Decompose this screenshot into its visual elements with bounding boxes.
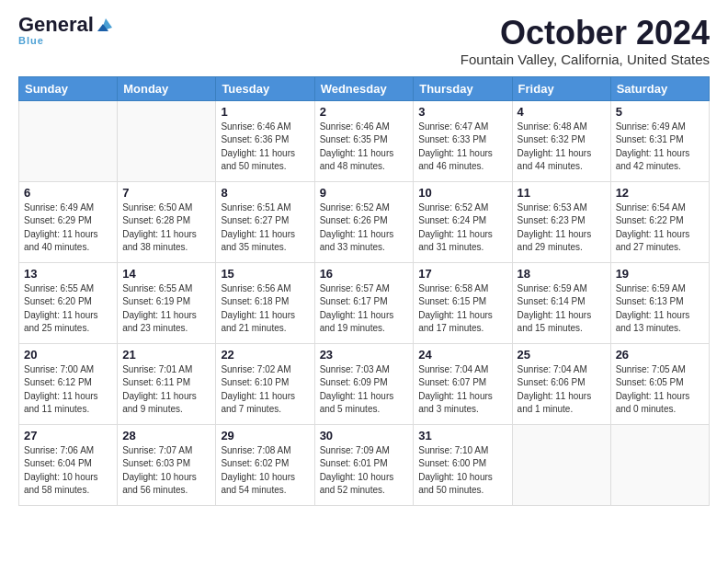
day-number: 19 [616, 267, 704, 281]
day-info: Sunrise: 6:54 AM Sunset: 6:22 PM Dayligh… [616, 201, 704, 255]
day-info: Sunrise: 7:09 AM Sunset: 6:01 PM Dayligh… [320, 444, 409, 498]
day-info: Sunrise: 6:57 AM Sunset: 6:17 PM Dayligh… [320, 282, 409, 336]
calendar-cell: 16Sunrise: 6:57 AM Sunset: 6:17 PM Dayli… [314, 262, 414, 343]
calendar-cell [610, 424, 709, 505]
day-number: 11 [518, 186, 606, 200]
day-info: Sunrise: 6:46 AM Sunset: 6:36 PM Dayligh… [221, 121, 309, 174]
day-number: 21 [122, 348, 210, 362]
calendar-cell: 5Sunrise: 6:49 AM Sunset: 6:31 PM Daylig… [610, 100, 709, 181]
day-number: 1 [221, 105, 309, 119]
day-number: 7 [122, 186, 210, 200]
day-number: 30 [320, 429, 409, 442]
calendar-cell: 19Sunrise: 6:59 AM Sunset: 6:13 PM Dayli… [610, 262, 709, 343]
day-info: Sunrise: 6:48 AM Sunset: 6:32 PM Dayligh… [518, 121, 606, 174]
col-thursday: Thursday [414, 76, 512, 100]
calendar-cell: 23Sunrise: 7:03 AM Sunset: 6:09 PM Dayli… [314, 343, 414, 424]
day-number: 27 [24, 429, 112, 442]
day-info: Sunrise: 7:06 AM Sunset: 6:04 PM Dayligh… [24, 444, 112, 498]
subtitle: Fountain Valley, California, United Stat… [461, 52, 710, 67]
header: General Blue October 2024 Fountain Valle… [18, 15, 710, 67]
day-info: Sunrise: 6:59 AM Sunset: 6:13 PM Dayligh… [616, 282, 704, 336]
col-monday: Monday [118, 76, 216, 100]
calendar-cell [19, 100, 118, 181]
calendar-cell: 28Sunrise: 7:07 AM Sunset: 6:03 PM Dayli… [118, 424, 216, 505]
day-number: 16 [320, 267, 409, 281]
calendar-cell: 29Sunrise: 7:08 AM Sunset: 6:02 PM Dayli… [216, 424, 314, 505]
day-info: Sunrise: 7:04 AM Sunset: 6:07 PM Dayligh… [418, 363, 506, 417]
calendar-cell: 9Sunrise: 6:52 AM Sunset: 6:26 PM Daylig… [314, 181, 414, 262]
day-number: 15 [221, 267, 309, 281]
title-block: October 2024 Fountain Valley, California… [461, 15, 710, 67]
day-info: Sunrise: 7:04 AM Sunset: 6:06 PM Dayligh… [518, 363, 606, 417]
calendar-cell: 27Sunrise: 7:06 AM Sunset: 6:04 PM Dayli… [19, 424, 118, 505]
calendar-cell: 13Sunrise: 6:55 AM Sunset: 6:20 PM Dayli… [19, 262, 118, 343]
calendar-week-row: 13Sunrise: 6:55 AM Sunset: 6:20 PM Dayli… [19, 262, 710, 343]
col-wednesday: Wednesday [314, 76, 414, 100]
calendar-cell: 24Sunrise: 7:04 AM Sunset: 6:07 PM Dayli… [414, 343, 512, 424]
day-number: 23 [320, 348, 409, 362]
day-info: Sunrise: 6:51 AM Sunset: 6:27 PM Dayligh… [221, 201, 309, 255]
day-number: 25 [518, 348, 606, 362]
day-number: 5 [616, 105, 704, 119]
day-info: Sunrise: 6:52 AM Sunset: 6:26 PM Dayligh… [320, 201, 409, 255]
calendar-cell: 21Sunrise: 7:01 AM Sunset: 6:11 PM Dayli… [118, 343, 216, 424]
calendar-cell [118, 100, 216, 181]
calendar-cell: 4Sunrise: 6:48 AM Sunset: 6:32 PM Daylig… [512, 100, 610, 181]
day-info: Sunrise: 6:50 AM Sunset: 6:28 PM Dayligh… [122, 201, 210, 255]
calendar-cell: 17Sunrise: 6:58 AM Sunset: 6:15 PM Dayli… [414, 262, 512, 343]
day-info: Sunrise: 7:02 AM Sunset: 6:10 PM Dayligh… [221, 363, 309, 417]
calendar-cell: 30Sunrise: 7:09 AM Sunset: 6:01 PM Dayli… [314, 424, 414, 505]
day-info: Sunrise: 6:47 AM Sunset: 6:33 PM Dayligh… [418, 121, 506, 174]
calendar-cell: 11Sunrise: 6:53 AM Sunset: 6:23 PM Dayli… [512, 181, 610, 262]
logo-general: General [18, 15, 94, 35]
day-number: 17 [418, 267, 506, 281]
calendar: Sunday Monday Tuesday Wednesday Thursday… [18, 76, 710, 506]
day-info: Sunrise: 7:03 AM Sunset: 6:09 PM Dayligh… [320, 363, 409, 417]
calendar-cell: 18Sunrise: 6:59 AM Sunset: 6:14 PM Dayli… [512, 262, 610, 343]
day-info: Sunrise: 7:08 AM Sunset: 6:02 PM Dayligh… [221, 444, 309, 498]
day-info: Sunrise: 6:49 AM Sunset: 6:31 PM Dayligh… [616, 121, 704, 174]
day-number: 12 [616, 186, 704, 200]
day-number: 26 [616, 348, 704, 362]
col-tuesday: Tuesday [216, 76, 314, 100]
day-number: 10 [418, 186, 506, 200]
day-number: 13 [24, 267, 112, 281]
day-number: 31 [418, 429, 506, 442]
calendar-week-row: 6Sunrise: 6:49 AM Sunset: 6:29 PM Daylig… [19, 181, 710, 262]
calendar-cell: 3Sunrise: 6:47 AM Sunset: 6:33 PM Daylig… [414, 100, 512, 181]
calendar-cell: 15Sunrise: 6:56 AM Sunset: 6:18 PM Dayli… [216, 262, 314, 343]
day-info: Sunrise: 6:46 AM Sunset: 6:35 PM Dayligh… [320, 121, 409, 174]
calendar-cell: 22Sunrise: 7:02 AM Sunset: 6:10 PM Dayli… [216, 343, 314, 424]
day-number: 29 [221, 429, 309, 442]
calendar-cell: 10Sunrise: 6:52 AM Sunset: 6:24 PM Dayli… [414, 181, 512, 262]
calendar-cell [512, 424, 610, 505]
day-info: Sunrise: 7:10 AM Sunset: 6:00 PM Dayligh… [418, 444, 506, 498]
day-number: 24 [418, 348, 506, 362]
main-title: October 2024 [461, 15, 710, 52]
calendar-cell: 2Sunrise: 6:46 AM Sunset: 6:35 PM Daylig… [314, 100, 414, 181]
calendar-cell: 14Sunrise: 6:55 AM Sunset: 6:19 PM Dayli… [118, 262, 216, 343]
day-number: 4 [518, 105, 606, 119]
calendar-cell: 12Sunrise: 6:54 AM Sunset: 6:22 PM Dayli… [610, 181, 709, 262]
calendar-cell: 1Sunrise: 6:46 AM Sunset: 6:36 PM Daylig… [216, 100, 314, 181]
day-info: Sunrise: 7:00 AM Sunset: 6:12 PM Dayligh… [24, 363, 112, 417]
day-info: Sunrise: 6:49 AM Sunset: 6:29 PM Dayligh… [24, 201, 112, 255]
col-saturday: Saturday [610, 76, 709, 100]
day-info: Sunrise: 6:56 AM Sunset: 6:18 PM Dayligh… [221, 282, 309, 336]
calendar-cell: 20Sunrise: 7:00 AM Sunset: 6:12 PM Dayli… [19, 343, 118, 424]
calendar-week-row: 20Sunrise: 7:00 AM Sunset: 6:12 PM Dayli… [19, 343, 710, 424]
day-info: Sunrise: 6:55 AM Sunset: 6:19 PM Dayligh… [122, 282, 210, 336]
logo-blue: Blue [18, 35, 44, 46]
day-number: 22 [221, 348, 309, 362]
day-number: 8 [221, 186, 309, 200]
calendar-week-row: 1Sunrise: 6:46 AM Sunset: 6:36 PM Daylig… [19, 100, 710, 181]
day-info: Sunrise: 6:53 AM Sunset: 6:23 PM Dayligh… [518, 201, 606, 255]
col-sunday: Sunday [19, 76, 118, 100]
calendar-cell: 26Sunrise: 7:05 AM Sunset: 6:05 PM Dayli… [610, 343, 709, 424]
day-number: 3 [418, 105, 506, 119]
day-number: 14 [122, 267, 210, 281]
day-number: 18 [518, 267, 606, 281]
day-info: Sunrise: 7:01 AM Sunset: 6:11 PM Dayligh… [122, 363, 210, 417]
day-number: 20 [24, 348, 112, 362]
calendar-cell: 8Sunrise: 6:51 AM Sunset: 6:27 PM Daylig… [216, 181, 314, 262]
